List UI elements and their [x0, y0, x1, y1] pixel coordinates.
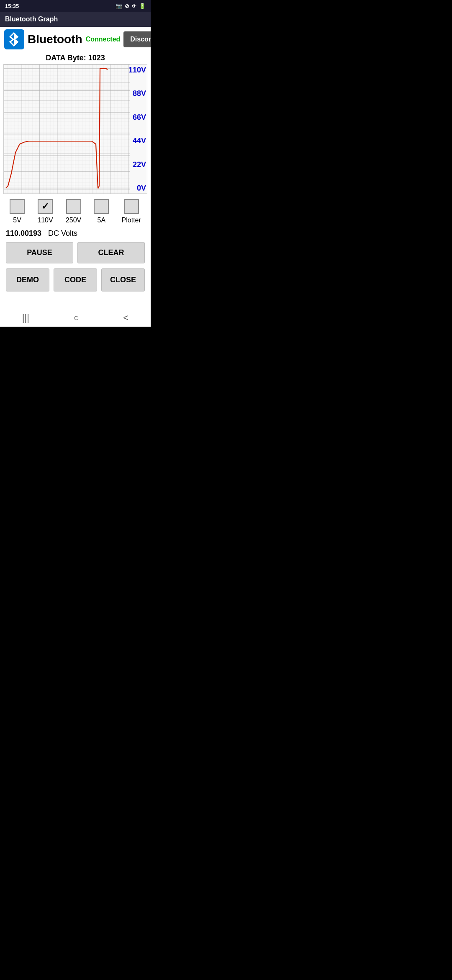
- connected-status: Connected: [86, 36, 121, 43]
- buttons-row-2: DEMO CODE CLOSE: [0, 266, 151, 296]
- nav-back-icon[interactable]: <: [123, 312, 128, 323]
- checkbox-plotter: Plotter: [122, 199, 141, 224]
- demo-button[interactable]: DEMO: [6, 268, 49, 291]
- checkmark-110v: ✓: [41, 201, 49, 212]
- voltage-unit: DC Volts: [48, 229, 77, 238]
- nav-menu-icon[interactable]: |||: [22, 312, 29, 323]
- disconnect-button[interactable]: Disconnect: [123, 31, 151, 47]
- code-button[interactable]: CODE: [54, 268, 97, 291]
- checkbox-250v: 250V: [66, 199, 81, 224]
- dnd-icon: ⊘: [125, 3, 129, 9]
- checkbox-5v-box[interactable]: [10, 199, 25, 214]
- value-row: 110.00193 DC Volts: [0, 224, 151, 240]
- nav-bar: ||| ○ <: [0, 308, 151, 327]
- clear-button[interactable]: CLEAR: [77, 242, 145, 263]
- checkbox-5a: 5A: [94, 199, 109, 224]
- battery-icon: 🔋: [139, 3, 146, 9]
- bluetooth-logo: [4, 29, 24, 49]
- y-label-88v: 88V: [128, 90, 146, 97]
- y-label-66v: 66V: [128, 113, 146, 121]
- checkbox-110v-label: 110V: [37, 217, 53, 224]
- bluetooth-label: Bluetooth: [28, 33, 82, 46]
- data-byte-label: DATA Byte: 1023: [0, 52, 151, 64]
- checkbox-110v: ✓ 110V: [37, 199, 53, 224]
- checkbox-plotter-box[interactable]: [124, 199, 139, 214]
- pause-button[interactable]: PAUSE: [6, 242, 73, 263]
- graph-grid: [4, 64, 147, 193]
- nav-home-icon[interactable]: ○: [74, 312, 79, 323]
- checkbox-5a-label: 5A: [98, 217, 106, 224]
- graph-container: 110V 88V 66V 44V 22V 0V: [3, 64, 147, 194]
- main-content: Bluetooth Connected Disconnect DATA Byte…: [0, 27, 151, 308]
- svg-rect-3: [4, 64, 130, 193]
- time-display: 15:35: [5, 3, 19, 9]
- checkbox-5v-label: 5V: [13, 217, 21, 224]
- app-title: Bluetooth Graph: [5, 15, 58, 23]
- y-label-110v: 110V: [128, 66, 146, 74]
- camera-icon: 📷: [116, 3, 122, 9]
- checkbox-250v-box[interactable]: [66, 199, 81, 214]
- checkbox-5v: 5V: [10, 199, 25, 224]
- title-bar: Bluetooth Graph: [0, 12, 151, 27]
- header-row: Bluetooth Connected Disconnect: [0, 27, 151, 52]
- checkbox-plotter-label: Plotter: [122, 217, 141, 224]
- voltage-value: 110.00193: [6, 229, 41, 238]
- y-axis-labels: 110V 88V 66V 44V 22V 0V: [128, 64, 146, 193]
- y-label-22v: 22V: [128, 161, 146, 168]
- y-label-44v: 44V: [128, 137, 146, 144]
- checkboxes-row: 5V ✓ 110V 250V 5A Plotter: [0, 194, 151, 224]
- buttons-row-1: PAUSE CLEAR: [0, 240, 151, 266]
- checkbox-5a-box[interactable]: [94, 199, 109, 214]
- close-button[interactable]: CLOSE: [101, 268, 145, 291]
- checkbox-250v-label: 250V: [66, 217, 81, 224]
- y-label-0v: 0V: [128, 184, 146, 192]
- status-icons: 📷 ⊘ ✈ 🔋: [116, 3, 146, 9]
- status-bar: 15:35 📷 ⊘ ✈ 🔋: [0, 0, 151, 12]
- checkbox-110v-box[interactable]: ✓: [38, 199, 53, 214]
- airplane-icon: ✈: [132, 3, 136, 9]
